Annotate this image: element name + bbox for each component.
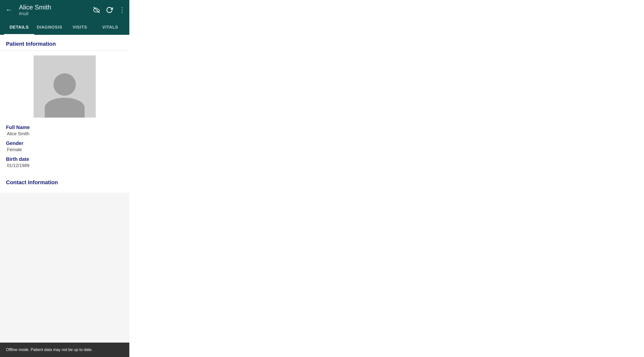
avatar-head [54,73,76,96]
birth-date-field: Birth date 01/12/1989 [0,154,129,170]
refresh-icon[interactable] [106,6,113,13]
avatar-container [0,50,129,123]
toolbar-subtitle: #null [19,11,88,16]
toolbar-actions: ⋮ [93,6,125,14]
avatar-body [45,98,84,118]
full-name-field: Full Name Alice Smith [0,123,129,138]
tab-diagnosis[interactable]: DIAGNOSIS [34,20,65,35]
birth-date-label: Birth date [6,156,124,162]
toolbar-top: ← Alice Smith #null [4,0,125,20]
patient-information-section: Patient Information Full Name Alice Smit… [0,35,129,174]
tab-vitals[interactable]: VITALS [95,20,125,35]
contact-information-section: Contact Information [0,174,129,193]
right-blank-area [129,0,644,357]
back-button[interactable]: ← [4,5,14,15]
full-name-label: Full Name [6,125,124,130]
tab-details[interactable]: DETAILS [4,20,34,35]
gender-field: Gender Female [0,138,129,154]
birth-date-value: 01/12/1989 [6,163,124,168]
full-name-value: Alice Smith [6,131,124,136]
phone-screen: ← Alice Smith #null [0,0,129,357]
content-area: Patient Information Full Name Alice Smit… [0,35,129,357]
gender-value: Female [6,147,124,152]
patient-information-title: Patient Information [0,35,129,50]
toolbar-title-area: Alice Smith #null [19,3,88,16]
avatar [34,55,96,118]
snackbar-message: Offline mode. Patient data may not be up… [6,348,92,352]
tabs-bar: DETAILS DIAGNOSIS VISITS VITALS [4,20,125,35]
contact-information-title: Contact Information [0,174,129,189]
gender-label: Gender [6,140,124,146]
cloud-off-icon[interactable] [93,6,100,13]
toolbar-patient-name: Alice Smith [19,3,88,11]
more-options-icon[interactable]: ⋮ [119,6,125,14]
offline-snackbar: Offline mode. Patient data may not be up… [0,343,129,357]
tab-visits[interactable]: VISITS [65,20,95,35]
toolbar: ← Alice Smith #null [0,0,129,35]
